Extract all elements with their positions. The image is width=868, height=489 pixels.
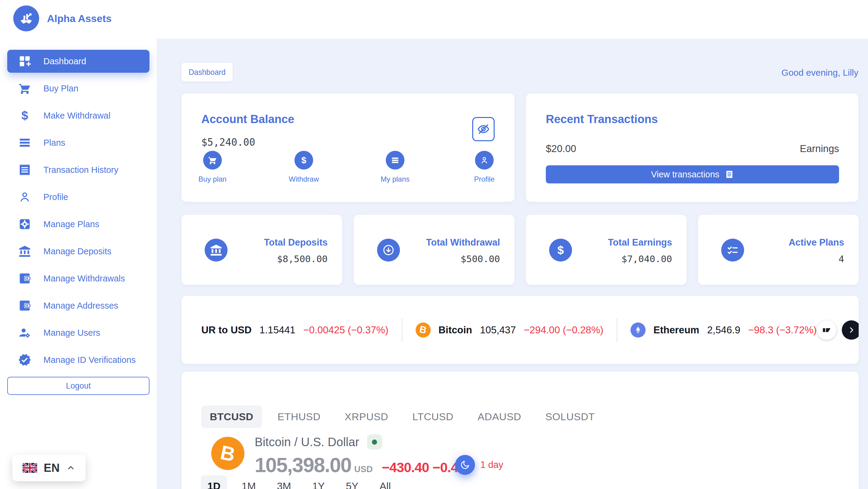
sidebar-item-manage-addresses[interactable]: Manage Addresses: [7, 294, 150, 317]
tab-adausd[interactable]: ADAUSD: [469, 405, 530, 428]
range-buttons: 1D 1M 3M 1Y 5Y All: [201, 476, 398, 489]
sidebar-item-label: Transaction History: [43, 165, 119, 175]
sidebar-item-manage-id-verifications[interactable]: Manage ID Verifications: [7, 348, 150, 371]
sidebar-item-profile[interactable]: Profile: [7, 185, 150, 208]
symbol-tabs: BTCUSD ETHUSD XRPUSD LTCUSD ADAUSD SOLUS…: [201, 405, 603, 428]
sidebar-item-manage-plans[interactable]: Manage Plans: [7, 213, 150, 236]
sidebar-item-manage-deposits[interactable]: Manage Deposits: [7, 240, 150, 263]
quick-action-label: Withdraw: [289, 175, 319, 183]
sidebar-item-label: Dashboard: [43, 56, 86, 66]
wallet-icon: [18, 272, 31, 285]
total-deposits-card: Total Deposits $8,500.00: [181, 215, 342, 285]
stat-title: Total Withdrawal: [426, 237, 500, 248]
range-all-button[interactable]: All: [373, 476, 398, 489]
symbol-header: Bitcoin / U.S. Dollar: [255, 434, 382, 450]
ticker-tape[interactable]: UR to USD 1.15441 −0.00425 (−0.37%) B Bi…: [181, 296, 859, 364]
tab-solusdt[interactable]: SOLUSDT: [537, 405, 603, 428]
sidebar-item-label: Plans: [43, 138, 65, 148]
interval-label: 1 day: [480, 459, 503, 470]
sidebar-nav: Dashboard Buy Plan $ Make Withdrawal Pla…: [7, 50, 150, 376]
ticker-change: −294.00 (−0.28%): [524, 324, 603, 336]
handshake-chart-icon: [13, 5, 39, 31]
total-earnings-card: $ Total Earnings $7,040.00: [526, 215, 687, 285]
list-icon: [18, 136, 31, 149]
rows-icon: [386, 151, 404, 170]
checklist-icon: [721, 239, 744, 262]
view-transactions-label: View transactions: [651, 170, 719, 179]
ticker-item-bitcoin[interactable]: B Bitcoin 105,437 −294.00 (−0.28%): [415, 322, 603, 338]
dollar-icon: $: [294, 151, 313, 170]
receipt-icon: [18, 163, 31, 176]
cart-icon: [18, 82, 31, 95]
transaction-category: Earnings: [800, 143, 839, 154]
quick-action-profile[interactable]: Profile: [459, 151, 510, 183]
cart-icon: [203, 151, 222, 170]
language-code: EN: [44, 462, 60, 474]
toggle-balance-visibility-button[interactable]: [472, 117, 495, 141]
bank-icon: [205, 239, 227, 262]
moon-icon: [460, 460, 470, 470]
tab-ltcusd[interactable]: LTCUSD: [404, 405, 462, 428]
brand-name: Alpha Assets: [47, 13, 112, 24]
symbol-name: Bitcoin / U.S. Dollar: [255, 435, 359, 449]
greeting-text: Good evening, Lilly: [781, 67, 858, 78]
sidebar-item-make-withdrawal[interactable]: $ Make Withdrawal: [7, 104, 150, 127]
sidebar-item-manage-withdrawals[interactable]: Manage Withdrawals: [7, 267, 150, 290]
person-icon: [475, 151, 494, 170]
market-status-badge: [367, 434, 382, 450]
ticker-item-eurusd[interactable]: UR to USD 1.15441 −0.00425 (−0.37%): [201, 324, 389, 336]
stat-value: $7,040.00: [621, 253, 672, 264]
ticker-item-ethereum[interactable]: Ethereum 2,546.9 −98.3 (−3.72%): [630, 322, 817, 338]
sidebar-item-transaction-history[interactable]: Transaction History: [7, 159, 150, 181]
sidebar-item-plans[interactable]: Plans: [7, 131, 150, 154]
sidebar: Alpha Assets Dashboard Buy Plan $ Make W…: [0, 0, 157, 489]
ticker-next-button[interactable]: [842, 320, 859, 340]
quick-action-label: Buy plan: [198, 175, 226, 183]
ticker-value: 2,546.9: [707, 324, 740, 336]
account-balance-card: Account Balance $5,240.00 Buy plan $ Wit…: [181, 93, 515, 202]
account-balance-value: $5,240.00: [201, 136, 255, 148]
stat-value: $500.00: [461, 253, 500, 264]
brand: Alpha Assets: [13, 5, 112, 31]
arrow-down-circle-icon: [377, 239, 400, 262]
sidebar-item-label: Profile: [43, 192, 68, 202]
range-1m-button[interactable]: 1M: [235, 476, 262, 489]
stat-title: Total Deposits: [264, 237, 328, 248]
quick-action-my-plans[interactable]: My plans: [370, 151, 421, 183]
tradingview-logo-icon[interactable]: [817, 320, 836, 340]
price-row: 105,398.00 USD −430.40 −0.4 1 day: [255, 453, 503, 477]
quick-action-label: Profile: [474, 175, 495, 183]
sidebar-item-label: Manage Withdrawals: [43, 274, 125, 284]
range-1y-button[interactable]: 1Y: [306, 476, 332, 489]
range-3m-button[interactable]: 3M: [270, 476, 298, 489]
quick-action-buy-plan[interactable]: Buy plan: [187, 151, 238, 183]
eye-off-icon: [476, 122, 490, 136]
sidebar-item-label: Manage Users: [43, 328, 100, 338]
sidebar-item-label: Manage ID Verifications: [43, 355, 135, 365]
ticker-value: 1.15441: [259, 324, 296, 336]
sidebar-item-label: Manage Addresses: [43, 301, 118, 311]
account-balance-title: Account Balance: [201, 113, 294, 126]
dark-mode-toggle-button[interactable]: [455, 455, 475, 475]
total-withdrawal-card: Total Withdrawal $500.00: [354, 215, 515, 285]
ticker-divider: [617, 318, 617, 342]
breadcrumb[interactable]: Dashboard: [181, 63, 233, 82]
tab-xrpusd[interactable]: XRPUSD: [336, 405, 397, 428]
tab-btcusd[interactable]: BTCUSD: [201, 405, 262, 428]
view-transactions-button[interactable]: View transactions: [546, 165, 839, 183]
uk-flag-icon: [23, 463, 37, 473]
stat-title: Active Plans: [789, 237, 844, 248]
ticker-symbol: Ethereum: [653, 324, 699, 336]
range-1d-button[interactable]: 1D: [201, 476, 227, 489]
sidebar-item-label: Manage Deposits: [43, 247, 112, 256]
range-5y-button[interactable]: 5Y: [339, 476, 365, 489]
stat-value: $8,500.00: [277, 253, 328, 264]
bank-icon: [18, 244, 31, 258]
sidebar-item-manage-users[interactable]: Manage Users: [7, 321, 150, 344]
quick-action-withdraw[interactable]: $ Withdraw: [278, 151, 330, 183]
sidebar-item-dashboard[interactable]: Dashboard: [7, 50, 150, 73]
tab-ethusd[interactable]: ETHUSD: [269, 405, 329, 428]
sidebar-item-buy-plan[interactable]: Buy Plan: [7, 77, 150, 100]
language-selector[interactable]: EN: [12, 455, 86, 481]
logout-button[interactable]: Logout: [7, 377, 150, 395]
